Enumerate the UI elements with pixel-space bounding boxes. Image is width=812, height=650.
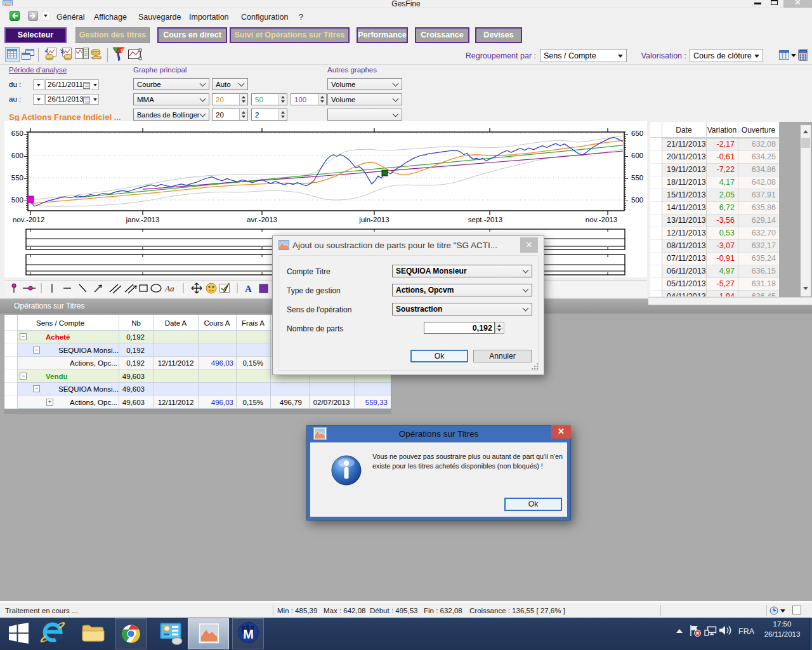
svg-text:nov.-2013: nov.-2013 — [586, 216, 617, 223]
svg-text:sept.-2013: sept.-2013 — [468, 216, 502, 223]
svg-text:550: 550 — [11, 174, 23, 182]
svg-text:A: A — [245, 284, 252, 294]
svg-text:Aa: Aa — [164, 284, 174, 293]
svg-text:M: M — [243, 627, 254, 641]
svg-text:avr.-2013: avr.-2013 — [247, 216, 277, 223]
svg-text:500: 500 — [11, 196, 23, 204]
svg-text:600: 600 — [631, 152, 643, 159]
svg-text:600: 600 — [11, 152, 23, 159]
svg-text:juin-2013: juin-2013 — [358, 216, 389, 223]
svg-text:nov.-2012: nov.-2012 — [13, 216, 44, 223]
svg-text:550: 550 — [631, 174, 643, 182]
svg-text:janv.-2013: janv.-2013 — [126, 216, 160, 223]
svg-text:650: 650 — [11, 129, 23, 137]
svg-text:500: 500 — [631, 196, 643, 204]
svg-text:650: 650 — [631, 129, 643, 137]
